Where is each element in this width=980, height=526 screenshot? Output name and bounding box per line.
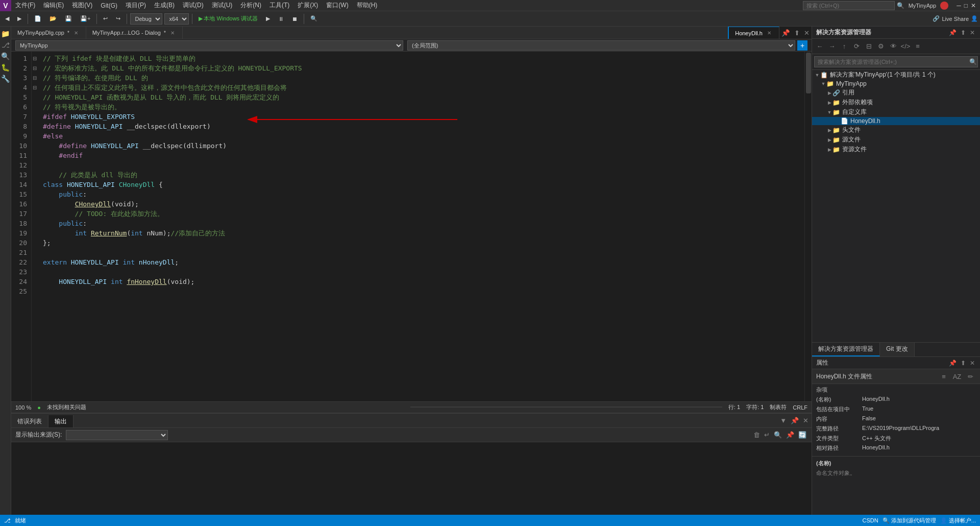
close-btn[interactable]: ✕ xyxy=(971,2,976,9)
menu-tools[interactable]: 工具(T) xyxy=(265,0,293,11)
se-code-btn[interactable]: </> xyxy=(900,41,911,52)
code-content[interactable]: // 下列 ifdef 块是创建使从 DLL 导出更简单的 // 宏的标准方法。… xyxy=(39,52,804,401)
menu-help[interactable]: 帮助(H) xyxy=(353,0,382,11)
run-debugger-btn[interactable]: ▶ 本地 Windows 调试器 xyxy=(195,14,261,23)
sidebar-debug-icon[interactable]: 🐛 xyxy=(1,62,11,73)
menu-build[interactable]: 生成(B) xyxy=(150,0,179,11)
panel-bottom-tabs: 解决方案资源管理器 Git 更改 xyxy=(812,342,980,356)
tab-output[interactable]: 输出 xyxy=(48,415,74,427)
tree-label-custom: 自定义库 xyxy=(842,108,867,116)
code-scrollbar[interactable] xyxy=(804,52,812,401)
tree-node-headers[interactable]: ▶ 📁 头文件 xyxy=(812,125,980,135)
toolbar-forward-btn[interactable]: ▶ xyxy=(14,14,24,23)
menu-file[interactable]: 文件(F) xyxy=(11,0,39,11)
menu-debug[interactable]: 调试(D) xyxy=(179,0,208,11)
output-pin2-btn[interactable]: 📌 xyxy=(785,430,795,440)
props-sort-alpha-btn[interactable]: AZ xyxy=(951,371,963,382)
output-close-btn[interactable]: ✕ xyxy=(802,416,810,425)
se-refresh-btn[interactable]: ↑ xyxy=(839,41,850,52)
se-search-area: 🔍 xyxy=(812,54,980,70)
props-pin-btn[interactable]: 📌 xyxy=(948,358,958,368)
platform-dropdown[interactable]: x64 xyxy=(164,13,189,25)
cursor-char: 字符: 1 xyxy=(746,403,764,411)
scope-left-dropdown[interactable]: MyTinyApp xyxy=(15,40,403,51)
output-find-btn[interactable]: 🔍 xyxy=(773,430,783,440)
output-word-wrap-btn[interactable]: ↵ xyxy=(763,430,771,440)
sidebar-search-icon[interactable]: 🔍 xyxy=(1,51,11,61)
tab-close-btn[interactable]: ✕ xyxy=(169,29,176,36)
se-sync-btn[interactable]: ⟳ xyxy=(851,41,862,52)
tree-node-external-deps[interactable]: ▶ 📁 外部依赖项 xyxy=(812,98,980,107)
tab-close-btn[interactable]: ✕ xyxy=(72,29,80,36)
output-refresh-btn[interactable]: 🔄 xyxy=(797,430,807,440)
toolbar-back-btn[interactable]: ◀ xyxy=(2,14,12,23)
toolbar-undo-btn[interactable]: ↩ xyxy=(100,14,111,23)
stop-btn[interactable]: ⏹ xyxy=(289,15,301,23)
se-back-btn[interactable]: ← xyxy=(814,41,825,52)
toolbar-save-all-btn[interactable]: 💾+ xyxy=(77,14,93,23)
menu-git[interactable]: Git(G) xyxy=(96,1,121,10)
menu-window[interactable]: 窗口(W) xyxy=(322,0,352,11)
tree-node-references[interactable]: ▶ 🔗 引用 xyxy=(812,88,980,98)
debug-config-dropdown[interactable]: Debug xyxy=(130,13,162,25)
tab-mytinyapplog[interactable]: MyTinyApp.r...LOG - Dialog * ✕ xyxy=(86,27,183,39)
tree-node-solution[interactable]: ▼ 📋 解决方案'MyTinyApp'(1 个项目/共 1 个) xyxy=(812,70,980,80)
maximize-btn[interactable]: □ xyxy=(964,2,968,9)
se-filter-btn[interactable]: ⊟ xyxy=(863,41,874,52)
tab-mytinyappdlg[interactable]: MyTinyAppDlg.cpp * ✕ xyxy=(11,27,86,39)
toolbar-search-btn[interactable]: 🔍 xyxy=(307,14,321,23)
output-collapse-btn[interactable]: ▼ xyxy=(779,416,788,425)
se-props-btn[interactable]: ≡ xyxy=(912,41,923,52)
pause-btn[interactable]: ⏸ xyxy=(275,15,287,23)
tab-solution-explorer[interactable]: 解决方案资源管理器 xyxy=(812,343,880,356)
toolbar-save-btn[interactable]: 💾 xyxy=(62,14,75,23)
tab-error-list[interactable]: 错误列表 xyxy=(11,415,48,427)
scope-right-dropdown[interactable]: (全局范围) xyxy=(407,40,795,51)
output-clear-btn[interactable]: 🗑 xyxy=(752,430,761,440)
tab-close-btn[interactable]: ✕ xyxy=(766,30,773,37)
toolbar-redo-btn[interactable]: ↪ xyxy=(113,14,124,23)
code-editor[interactable]: 12345 678910 1112131415 1617181920 21222… xyxy=(11,52,812,401)
se-settings-btn[interactable]: ⚙ xyxy=(875,41,887,52)
global-search-input[interactable] xyxy=(803,1,895,10)
minimize-btn[interactable]: ─ xyxy=(957,2,961,9)
toolbar-open-btn[interactable]: 📂 xyxy=(46,14,60,23)
se-preview-btn[interactable]: 👁 xyxy=(888,41,899,52)
toolbar-new-btn[interactable]: 📄 xyxy=(31,14,44,23)
sidebar-tools-icon[interactable]: 🔧 xyxy=(1,74,11,84)
output-source-dropdown[interactable] xyxy=(66,430,168,440)
panel-expand-btn[interactable]: ⬆ xyxy=(960,28,967,37)
tree-node-honeydll[interactable]: 📄 HoneyDll.h xyxy=(812,117,980,125)
menu-view[interactable]: 视图(V) xyxy=(68,0,96,11)
tree-node-custom-lib[interactable]: ▼ 📁 自定义库 xyxy=(812,107,980,117)
tab-close-all-btn[interactable]: ✕ xyxy=(802,27,812,39)
zoom-control[interactable]: 100 % xyxy=(15,404,31,411)
props-close-btn[interactable]: ✕ xyxy=(969,358,976,368)
tree-node-project[interactable]: ▼ 📁 MyTinyApp xyxy=(812,80,980,88)
tab-honeydll[interactable]: HoneyDll.h ✕ xyxy=(729,27,779,39)
sidebar-git-icon[interactable]: ⎇ xyxy=(1,40,11,50)
props-sort-category-btn[interactable]: ≡ xyxy=(938,371,949,382)
scrollbar-thumb[interactable] xyxy=(806,53,811,93)
line-ending: CRLF xyxy=(793,404,807,411)
tab-move-btn[interactable]: ⬆ xyxy=(792,27,802,39)
menu-extensions[interactable]: 扩展(X) xyxy=(293,0,322,11)
props-expand-btn[interactable]: ⬆ xyxy=(960,358,967,368)
output-pin-btn[interactable]: 📌 xyxy=(790,416,800,425)
sidebar-solution-icon[interactable]: 📁 xyxy=(1,29,11,39)
se-forward-btn[interactable]: → xyxy=(826,41,838,52)
tab-pin-btn[interactable]: 📌 xyxy=(779,27,792,39)
continue-btn[interactable]: ▶ xyxy=(263,14,273,23)
panel-close-btn[interactable]: ✕ xyxy=(969,28,976,37)
menu-analyze[interactable]: 分析(N) xyxy=(236,0,265,11)
menu-test[interactable]: 测试(U) xyxy=(208,0,237,11)
menu-project[interactable]: 项目(P) xyxy=(121,0,150,11)
props-custom-btn[interactable]: ✏ xyxy=(965,371,976,382)
menu-edit[interactable]: 编辑(E) xyxy=(39,0,68,11)
tab-git-changes[interactable]: Git 更改 xyxy=(880,343,915,356)
se-search-input[interactable] xyxy=(814,56,978,67)
tree-node-source[interactable]: ▶ 📁 源文件 xyxy=(812,135,980,145)
tree-node-resources[interactable]: ▶ 📁 资源文件 xyxy=(812,145,980,154)
panel-pin-btn[interactable]: 📌 xyxy=(948,28,958,37)
editor-add-btn[interactable]: + xyxy=(797,40,807,51)
